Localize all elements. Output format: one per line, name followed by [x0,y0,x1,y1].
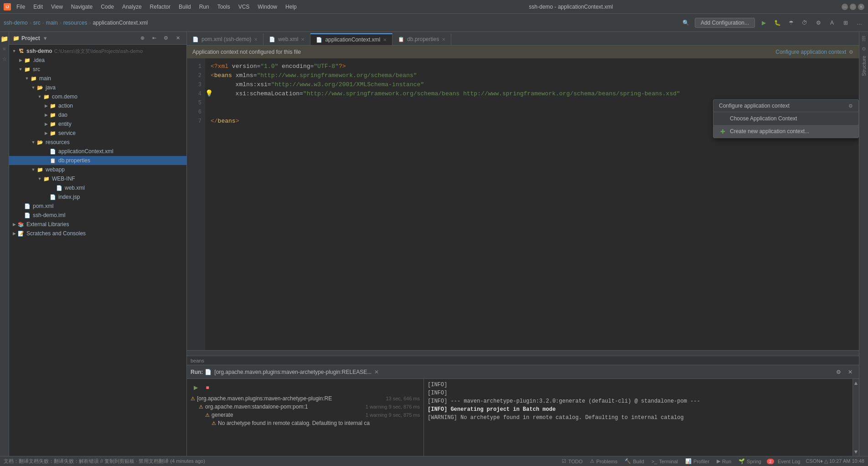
run-tab-close[interactable]: ✕ [374,369,379,375]
minimize-button[interactable]: — [842,4,848,10]
menu-file[interactable]: File [13,3,29,11]
horizontal-scrollbar[interactable] [187,350,859,356]
translate-button[interactable]: A [827,18,837,28]
menu-build[interactable]: Build [175,3,195,11]
debug-button[interactable]: 🐛 [772,18,782,28]
run-tree-root[interactable]: ⚠ [org.apache.maven.plugins:maven-archet… [187,394,424,403]
tree-item-extlibs[interactable]: ▶ 📚 External Libraries [9,220,186,229]
breadcrumb-project[interactable]: ssh-demo [4,20,28,26]
run-tree-child2[interactable]: ⚠ generate 1 warning 9 sec, 875 ms [187,411,424,419]
expand-button[interactable]: ⊞ [841,18,851,28]
tree-item-webapp[interactable]: ▼ 📁 webapp [9,165,186,174]
popup-gear-icon[interactable]: ⚙ [848,103,853,109]
run-config-button[interactable]: Add Configuration... [695,18,755,28]
status-tab-problems[interactable]: ⚠ Problems [588,458,619,464]
scratches-icon: 📝 [17,230,25,237]
close-button[interactable]: ✕ [858,4,864,10]
tab-appcontext-close[interactable]: ✕ [383,37,387,42]
restart-run-btn[interactable]: ▶ [191,383,201,393]
tree-item-webxml[interactable]: ▶ 📄 web.xml [9,183,186,192]
tree-item-service[interactable]: ▶ 📁 service [9,129,186,138]
menu-vcs[interactable]: VCS [235,3,253,11]
tree-item-resources[interactable]: ▼ 📂 resources [9,138,186,147]
maximize-button[interactable]: □ [850,4,856,10]
tree-item-idea[interactable]: ▶ 📁 .idea [9,56,186,65]
tree-item-root[interactable]: ▼ 🏗 ssh-demo C:\Users\徐文芡\IdeaProjects\s… [9,47,186,56]
structure-sidebar-icon[interactable]: ≡ [0,45,9,53]
tab-pomxml-close[interactable]: ✕ [254,37,258,42]
coverage-button[interactable]: ☂ [786,18,796,28]
tab-dbprops[interactable]: 📋 db.properties ✕ [393,33,451,45]
breadcrumb-resources[interactable]: resources [63,20,88,26]
tab-appcontext[interactable]: 📄 applicationContext.xml ✕ [310,33,393,45]
project-dropdown-icon[interactable]: ▼ [43,36,48,41]
tab-webxml[interactable]: 📄 web.xml ✕ [264,33,310,45]
configure-gear-icon[interactable]: ⚙ [849,49,853,55]
tree-item-main[interactable]: ▼ 📁 main [9,74,186,83]
scroll-up-btn[interactable]: ▲ [853,380,859,386]
project-settings-button[interactable]: ⚙ [161,33,171,43]
locate-button[interactable]: ⊕ [137,33,147,43]
tree-item-appcontext[interactable]: ▶ 📄 applicationContext.xml [9,147,186,156]
popup-item-create[interactable]: ✚ Create new application context... [713,125,858,138]
menu-view[interactable]: View [47,3,67,11]
configure-link[interactable]: Configure application context [775,49,846,55]
popup-item-choose[interactable]: Choose Application Context [713,112,858,125]
run-tree-child3[interactable]: ⚠ No archetype found in remote catalog. … [187,419,424,427]
menu-help[interactable]: Help [282,3,300,11]
scroll-down-btn[interactable]: ▼ [853,449,859,455]
more-button[interactable]: … [854,18,864,28]
collapse-all-button[interactable]: ⇤ [149,33,159,43]
tree-item-pomxml[interactable]: ▶ 📄 pom.xml [9,202,186,211]
tab-pomxml[interactable]: 📄 pom.xml (ssh-demo) ✕ [187,33,264,45]
run-tree-child1[interactable]: ⚠ org.apache.maven:standalone-pom:pom:1 … [187,403,424,411]
menu-run[interactable]: Run [196,3,213,11]
tree-item-action[interactable]: ▶ 📁 action [9,101,186,110]
status-tab-spring[interactable]: 🌱 Spring [737,458,763,464]
breadcrumb-file[interactable]: applicationContext.xml [93,20,148,26]
panel-settings-btn[interactable]: ⚙ [833,367,843,377]
project-icon: 🏗 [17,47,25,55]
tree-item-iml[interactable]: ▶ 📄 ssh-demo.iml [9,211,186,220]
structure-vertical-label[interactable]: Structure [860,54,868,78]
status-tab-run[interactable]: ▶ Run [715,458,733,464]
tree-item-scratches[interactable]: ▶ 📝 Scratches and Consoles [9,229,186,238]
tree-item-java[interactable]: ▼ 📂 java [9,83,186,92]
tree-item-indexjsp[interactable]: ▶ 📄 index.jsp [9,192,186,202]
search-everywhere-btn[interactable]: 🔍 [681,18,691,28]
menu-tools[interactable]: Tools [214,3,234,11]
run-button[interactable]: ▶ [759,18,769,28]
tree-item-dbprops[interactable]: ▶ 📋 db.properties [9,156,186,165]
database-sidebar-icon[interactable]: 🗄 [860,35,868,43]
tree-item-src[interactable]: ▼ 📁 src [9,65,186,74]
status-tab-terminal[interactable]: >_ Terminal [650,458,680,464]
status-tab-todo[interactable]: ☑ TODO [560,458,584,464]
tree-item-comdemo[interactable]: ▼ 📁 com.demo [9,92,186,101]
tree-item-dao[interactable]: ▶ 📁 dao [9,110,186,119]
tree-item-entity[interactable]: ▶ 📁 entity [9,119,186,129]
tab-dbprops-close[interactable]: ✕ [442,37,445,42]
project-close-button[interactable]: ✕ [173,33,183,43]
status-tab-profiler[interactable]: 📊 Profiler [683,458,711,464]
menu-navigate[interactable]: Navigate [67,3,96,11]
panel-close-btn[interactable]: ✕ [845,367,855,377]
stop-btn[interactable]: ■ [202,383,212,393]
settings-button[interactable]: ⚙ [813,18,823,28]
bottom-panel-scrollbar[interactable]: ▲ ▼ [852,379,859,456]
event-log-btn[interactable]: Event Log [776,459,802,464]
status-tab-build[interactable]: 🔨 Build [623,458,646,464]
profile-button[interactable]: ⏱ [800,18,810,28]
menu-refactor[interactable]: Refactor [146,3,174,11]
project-sidebar-icon[interactable]: 📁 [0,35,9,43]
run-tab[interactable]: 📄 [org.apache.maven.plugins:maven-archet… [205,369,379,375]
menu-code[interactable]: Code [97,3,118,11]
favorites-sidebar-icon[interactable]: ☆ [0,55,9,63]
menu-analyze[interactable]: Analyze [119,3,145,11]
menu-window[interactable]: Window [254,3,281,11]
tree-item-webinf[interactable]: ▼ 📁 WEB-INF [9,174,186,183]
breadcrumb-main[interactable]: main [46,20,58,26]
breadcrumb-src[interactable]: src [33,20,41,26]
menu-edit[interactable]: Edit [30,3,46,11]
tab-webxml-close[interactable]: ✕ [301,37,305,42]
gradle-sidebar-icon[interactable]: ⚙ [860,45,868,53]
